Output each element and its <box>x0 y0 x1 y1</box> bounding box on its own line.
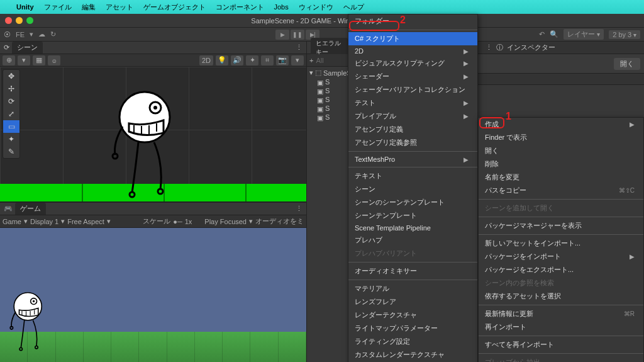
create-menu-item[interactable]: TextMeshPro▶ <box>348 154 477 165</box>
gizmo-icon[interactable]: ⌗ <box>261 55 274 65</box>
menu-file[interactable]: ファイル <box>44 3 72 12</box>
hierarchy-scene[interactable]: ▾⬚SampleScene <box>308 68 350 77</box>
scene-tab[interactable]: シーン <box>12 42 43 54</box>
play-button[interactable]: ▶ <box>275 30 289 40</box>
game-view[interactable] <box>0 228 306 362</box>
rotate-tool-icon[interactable]: ⟳ <box>3 95 19 108</box>
mode-2d-button[interactable]: 2D <box>199 55 213 65</box>
asset-menu-item[interactable]: 最新情報に更新⌘R <box>479 307 643 320</box>
move-tool-icon[interactable]: ✢ <box>3 82 19 95</box>
hierarchy-item[interactable]: ▣S <box>308 104 350 113</box>
create-menu-item[interactable]: ライトマップパラメーター <box>348 322 477 335</box>
hierarchy-item[interactable]: ▣S <box>308 113 350 122</box>
close-icon[interactable] <box>5 17 12 24</box>
asset-menu-item[interactable]: パッケージをインポート▶ <box>479 250 643 263</box>
asset-menu-item[interactable]: 開く <box>479 144 643 157</box>
hierarchy-item[interactable]: ▣S <box>308 95 350 104</box>
audio-toggle-icon[interactable]: 🔊 <box>231 55 243 65</box>
tab-menu-icon[interactable]: ⋮ <box>296 43 303 52</box>
open-button[interactable]: 開く <box>614 58 640 70</box>
play-focused[interactable]: Play Focused <box>204 218 247 225</box>
cloud-icon[interactable]: ☁ <box>38 30 45 38</box>
asset-menu-item[interactable]: 削除 <box>479 157 643 171</box>
fe-label[interactable]: FE <box>16 31 25 38</box>
create-menu-item[interactable]: シェーダーバリアントコレクション <box>348 83 477 96</box>
game-tab-menu-icon[interactable]: ⋮ <box>296 205 303 213</box>
gizmos-dropdown[interactable]: ▾ <box>291 55 304 65</box>
layers-dropdown[interactable]: レイヤー ▾ <box>564 29 604 40</box>
global-button[interactable]: ▾ <box>18 55 30 65</box>
grid-button[interactable]: ▦ <box>33 55 45 65</box>
scale-tool-icon[interactable]: ⤢ <box>3 108 19 120</box>
dropdown-icon[interactable]: ▾ <box>30 30 33 38</box>
layout-dropdown[interactable]: 2 by 3 ▾ <box>609 30 640 39</box>
create-menu-item[interactable]: フォルダー <box>348 14 477 28</box>
add-icon[interactable]: + <box>309 57 313 64</box>
camera-icon[interactable]: 📷 <box>276 55 289 65</box>
scene-view[interactable]: ✥ ✢ ⟳ ⤢ ▭ ✦ ✎ <box>0 67 306 201</box>
maximize-icon[interactable] <box>26 17 33 24</box>
create-menu-item[interactable]: レンダーテクスチャ <box>348 308 477 322</box>
history-icon[interactable]: ↻ <box>50 30 56 38</box>
hierarchy-search[interactable]: All <box>316 57 323 64</box>
asset-menu-item[interactable]: すべてを再インポート <box>479 338 643 351</box>
menu-gameobject[interactable]: ゲームオブジェクト <box>143 3 206 12</box>
game-aspect[interactable]: Free Aspect <box>67 218 104 225</box>
create-menu-item[interactable]: 2D▶ <box>348 45 477 57</box>
create-menu-item[interactable]: オーディオミキサー <box>348 264 477 278</box>
view-tool-icon[interactable]: ✥ <box>3 70 19 82</box>
audio-clip[interactable]: オーディオをミ <box>255 217 304 226</box>
pivot-button[interactable]: ⊕ <box>3 55 15 65</box>
create-menu-item[interactable]: C# スクリプト <box>348 32 477 45</box>
asset-menu-item[interactable]: 作成▶ <box>479 118 643 131</box>
menu-help[interactable]: ヘルプ <box>343 3 364 12</box>
light-icon[interactable]: 💡 <box>216 55 228 65</box>
hierarchy-item[interactable]: ▣S <box>308 86 350 95</box>
asset-menu-item[interactable]: パッケージをエクスポート... <box>479 263 643 276</box>
create-menu-item[interactable]: ビジュアルスクリプティング▶ <box>348 57 477 70</box>
game-mode[interactable]: Game <box>3 218 21 225</box>
asset-menu-item[interactable]: 新しいアセットをインポート... <box>479 237 643 250</box>
game-display[interactable]: Display 1 <box>30 218 58 225</box>
inspector-tab[interactable]: インスペクター <box>507 43 555 52</box>
create-menu-item[interactable]: シーンテンプレート <box>348 209 477 222</box>
search-icon[interactable]: 🔍 <box>550 30 558 38</box>
asset-menu-item[interactable]: Finder で表示 <box>479 131 643 144</box>
create-menu-item[interactable]: テスト▶ <box>348 96 477 110</box>
asset-menu-item[interactable]: 名前を変更 <box>479 171 643 184</box>
fx-icon[interactable]: ✦ <box>246 55 258 65</box>
create-menu-item[interactable]: アセンブリ定義 <box>348 123 477 136</box>
create-menu-item[interactable]: シェーダー▶ <box>348 70 477 83</box>
create-menu-item[interactable]: マテリアル <box>348 282 477 295</box>
create-menu-item[interactable]: レンズフレア <box>348 295 477 308</box>
pause-button[interactable]: ❚❚ <box>291 30 304 40</box>
character-sprite[interactable] <box>110 89 186 201</box>
asset-menu-item[interactable]: 再インポート <box>479 320 643 334</box>
menu-jobs[interactable]: Jobs <box>274 3 289 11</box>
asset-menu-item[interactable]: パスをコピー⌘⇧C <box>479 184 643 197</box>
menu-app[interactable]: Unity <box>16 3 34 11</box>
transform-tool-icon[interactable]: ✦ <box>3 133 19 145</box>
undo-icon[interactable]: ↶ <box>539 30 545 38</box>
asset-menu-item[interactable]: 依存するアセットを選択 <box>479 290 643 303</box>
custom-tool-icon[interactable]: ✎ <box>3 145 19 158</box>
create-menu-item[interactable]: Scene Template Pipeline <box>348 222 477 234</box>
create-menu-item[interactable]: シーン <box>348 183 477 196</box>
minimize-icon[interactable] <box>16 17 23 24</box>
create-menu-item[interactable]: カスタムレンダーテクスチャ <box>348 348 477 361</box>
asset-menu-item[interactable]: パッケージマネージャーを表示 <box>479 219 643 232</box>
menu-edit[interactable]: 編集 <box>82 3 96 12</box>
create-menu-item[interactable]: プレイアブル▶ <box>348 110 477 123</box>
create-menu-item[interactable]: シーンのシーンテンプレート <box>348 196 477 209</box>
account-icon[interactable]: ⦿ <box>4 31 11 38</box>
create-menu-item[interactable]: テキスト <box>348 169 477 183</box>
create-menu-item[interactable]: プレハブ <box>348 234 477 247</box>
snap-button[interactable]: ⌾ <box>48 55 60 65</box>
create-menu-item[interactable]: ライティング設定 <box>348 335 477 348</box>
hierarchy-item[interactable]: ▣S <box>308 77 350 86</box>
menu-asset[interactable]: アセット <box>106 3 133 12</box>
create-menu-item[interactable]: アセンブリ定義参照 <box>348 136 477 149</box>
menu-component[interactable]: コンポーネント <box>216 3 264 12</box>
rect-tool-icon[interactable]: ▭ <box>3 120 19 133</box>
game-tab[interactable]: ゲーム <box>15 203 46 215</box>
